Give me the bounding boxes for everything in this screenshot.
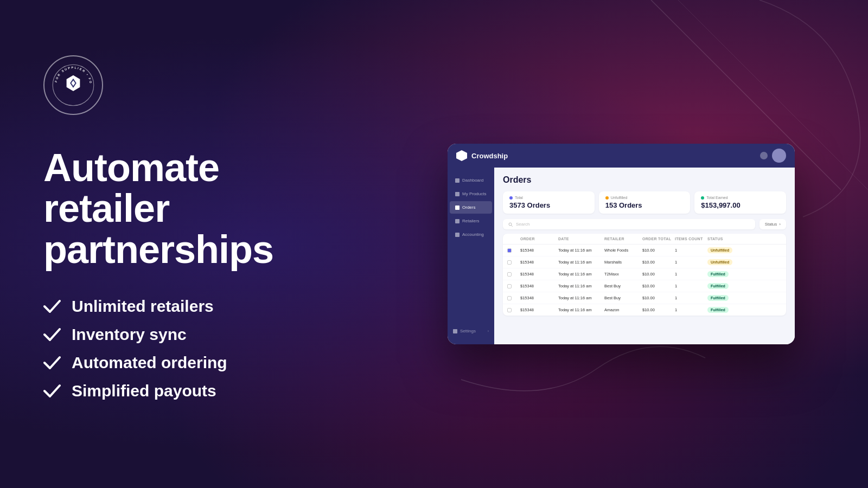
row-checkbox[interactable] — [507, 308, 512, 312]
sidebar-item-orders[interactable]: Orders — [450, 201, 492, 214]
check-icon-3 — [43, 354, 61, 371]
cell-status: Unfulfilled — [707, 259, 737, 265]
table-row[interactable]: $15348 Today at 11:16 am Marshalls $10.0… — [503, 256, 786, 268]
cell-date: Today at 11:16 am — [558, 248, 604, 253]
accounting-icon — [455, 233, 459, 237]
page-title: Orders — [503, 175, 786, 185]
cell-items: 1 — [675, 284, 707, 288]
dashboard-sidebar: Dashboard My Products Orders Retailers — [448, 168, 494, 344]
table-row[interactable]: $15348 Today at 11:16 am Whole Foods $10… — [503, 245, 786, 256]
cell-date: Today at 11:16 am — [558, 284, 604, 288]
row-checkbox[interactable] — [507, 260, 512, 265]
logo-inner: FOR SUPPLIER • FOR SUPPLIER • — [52, 63, 95, 107]
cell-total: $10.00 — [642, 260, 675, 265]
stat-unfulfilled-dot — [605, 196, 609, 200]
feature-list: Unlimited retailers Inventory sync Autom… — [43, 297, 353, 400]
check-icon-1 — [43, 298, 61, 315]
window-controls — [760, 149, 786, 163]
cell-order: $15348 — [520, 272, 558, 277]
feature-item-simplified-payouts: Simplified payouts — [43, 382, 353, 400]
dashboard-window: Crowdship Dashboard My Prod — [448, 144, 795, 344]
table-row[interactable]: $15348 Today at 11:16 am Amazon $10.00 1… — [503, 304, 786, 316]
page-wrapper: FOR SUPPLIER • FOR SUPPLIER • Automate r… — [0, 0, 868, 488]
table-header: Order Date Retailer Order Total Items Co… — [503, 234, 786, 245]
stat-unfulfilled-value: 153 Orders — [605, 201, 684, 209]
logo-badge: FOR SUPPLIER • FOR SUPPLIER • — [43, 55, 103, 115]
cell-order: $15348 — [520, 296, 558, 300]
cell-items: 1 — [675, 248, 707, 253]
stat-earned: Total Earned $153,997.00 — [694, 191, 786, 214]
cell-retailer: Best Buy — [604, 284, 642, 288]
cell-total: $10.00 — [642, 272, 675, 277]
search-placeholder: Search — [516, 222, 529, 227]
status-filter-button[interactable]: Status › — [760, 219, 786, 229]
dashboard-icon — [455, 178, 459, 183]
cell-status: Fulfilled — [707, 283, 737, 289]
search-box[interactable]: Search — [503, 219, 755, 229]
right-panel: Crowdship Dashboard My Prod — [396, 0, 868, 488]
stat-earned-dot — [701, 196, 704, 200]
col-items: Items Count — [675, 237, 707, 241]
user-avatar[interactable] — [772, 149, 786, 163]
cell-date: Today at 11:16 am — [558, 307, 604, 312]
sidebar-item-retailers[interactable]: Retailers — [450, 215, 492, 227]
check-icon-4 — [43, 382, 61, 400]
cell-order: $15348 — [520, 284, 558, 288]
stats-row: Total 3573 Orders Unfulfilled 153 Orders — [503, 191, 786, 214]
app-logo-icon — [456, 150, 467, 161]
app-name: Crowdship — [471, 152, 508, 160]
stat-total-value: 3573 Orders — [509, 201, 588, 209]
stat-unfulfilled: Unfulfilled 153 Orders — [599, 191, 691, 214]
row-checkbox[interactable] — [507, 296, 512, 300]
col-order: Order — [520, 237, 558, 241]
cell-retailer: Whole Foods — [604, 248, 642, 253]
cell-retailer: Amazon — [604, 307, 642, 312]
app-logo: Crowdship — [456, 150, 508, 161]
stat-total-dot — [509, 196, 513, 200]
logo-svg: FOR SUPPLIER • FOR SUPPLIER • — [52, 55, 95, 115]
window-chrome: Crowdship — [448, 144, 795, 168]
cell-retailer: Marshalls — [604, 260, 642, 265]
cell-status: Fulfilled — [707, 307, 737, 313]
products-icon — [455, 192, 459, 196]
cell-status: Fulfilled — [707, 295, 737, 301]
feature-item-inventory-sync: Inventory sync — [43, 325, 353, 344]
cell-total: $10.00 — [642, 296, 675, 300]
status-badge: Fulfilled — [707, 307, 729, 313]
retailers-icon — [455, 219, 459, 223]
cell-status: Unfulfilled — [707, 247, 737, 253]
stat-unfulfilled-label: Unfulfilled — [605, 196, 684, 200]
check-icon-2 — [43, 326, 61, 343]
stat-total: Total 3573 Orders — [503, 191, 595, 214]
cell-total: $10.00 — [642, 307, 675, 312]
cell-items: 1 — [675, 260, 707, 265]
sidebar-item-dashboard[interactable]: Dashboard — [450, 174, 492, 187]
settings-icon — [453, 329, 457, 333]
status-badge: Unfulfilled — [707, 247, 732, 253]
col-status: Status — [707, 237, 737, 241]
status-badge: Fulfilled — [707, 283, 729, 289]
sidebar-item-my-products[interactable]: My Products — [450, 188, 492, 200]
hero-title: Automate retailer partnerships — [43, 147, 353, 271]
orders-icon — [455, 206, 459, 210]
col-total: Order Total — [642, 237, 675, 241]
sidebar-settings[interactable]: Settings › — [448, 324, 494, 338]
table-row[interactable]: $15348 Today at 11:16 am T2Maxx $10.00 1… — [503, 268, 786, 280]
cell-retailer: T2Maxx — [604, 272, 642, 277]
cell-retailer: Best Buy — [604, 296, 642, 300]
row-checkbox[interactable] — [507, 248, 512, 253]
stat-earned-value: $153,997.00 — [701, 201, 780, 209]
table-row[interactable]: $15348 Today at 11:16 am Best Buy $10.00… — [503, 280, 786, 292]
cell-total: $10.00 — [642, 284, 675, 288]
table-row[interactable]: $15348 Today at 11:16 am Best Buy $10.00… — [503, 292, 786, 304]
row-checkbox[interactable] — [507, 272, 512, 277]
cell-items: 1 — [675, 272, 707, 277]
row-checkbox[interactable] — [507, 284, 512, 288]
col-checkbox — [507, 237, 520, 241]
table-body: $15348 Today at 11:16 am Whole Foods $10… — [503, 245, 786, 316]
cell-order: $15348 — [520, 307, 558, 312]
cell-order: $15348 — [520, 260, 558, 265]
sidebar-item-accounting[interactable]: Accounting — [450, 228, 492, 241]
cell-status: Fulfilled — [707, 271, 737, 277]
window-search-btn[interactable] — [760, 152, 768, 159]
